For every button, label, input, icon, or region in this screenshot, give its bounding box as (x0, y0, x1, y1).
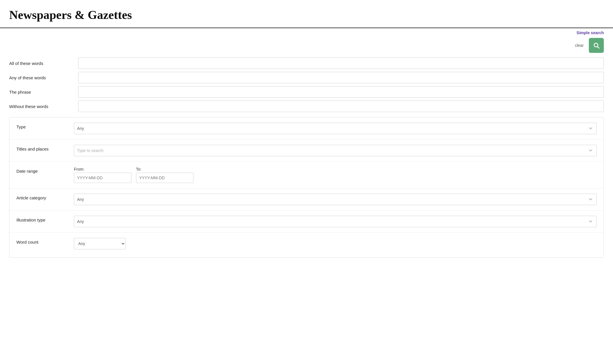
phrase-input[interactable] (78, 86, 604, 98)
titles-places-label: Titles and places (16, 145, 74, 151)
simple-search-area: Simple search (0, 28, 613, 35)
illustration-type-label: Illustration type (16, 216, 74, 222)
type-select[interactable]: Any (74, 123, 597, 134)
filters-box: Type Any Titles and places Type to searc… (9, 117, 604, 258)
date-range-control: From: To: (74, 167, 597, 183)
phrase-label: The phrase (9, 90, 78, 95)
all-words-label: All of these words (9, 61, 78, 66)
type-filter-control: Any (74, 123, 597, 134)
search-icon (593, 42, 600, 49)
illustration-type-filter-row: Illustration type Any (9, 211, 604, 233)
date-range-filter-row: Date range From: To: (9, 162, 604, 188)
search-bar-row: clear (0, 35, 613, 57)
date-to-group: To: (136, 167, 194, 183)
date-from-input[interactable] (74, 173, 131, 183)
illustration-type-control: Any (74, 216, 597, 227)
without-words-row: Without these words (9, 101, 604, 112)
word-count-control: Any (74, 238, 597, 249)
phrase-row: The phrase (9, 86, 604, 98)
type-filter-row: Type Any (9, 118, 604, 140)
date-to-label: To: (136, 167, 194, 172)
without-words-input[interactable] (78, 101, 604, 112)
any-words-input[interactable] (78, 72, 604, 83)
date-to-input[interactable] (136, 173, 194, 183)
titles-places-select[interactable]: Type to search (74, 145, 597, 156)
date-from-label: From: (74, 167, 131, 172)
article-category-filter-row: Article category Any (9, 188, 604, 211)
article-category-select[interactable]: Any (74, 194, 597, 205)
any-words-row: Any of these words (9, 72, 604, 83)
article-category-control: Any (74, 194, 597, 205)
titles-places-control: Type to search (74, 145, 597, 156)
type-filter-label: Type (16, 123, 74, 129)
simple-search-link[interactable]: Simple search (576, 30, 604, 35)
titles-places-filter-row: Titles and places Type to search (9, 140, 604, 162)
date-from-group: From: (74, 167, 131, 183)
without-words-label: Without these words (9, 104, 78, 109)
date-range-label: Date range (16, 167, 74, 174)
word-count-select[interactable]: Any (74, 238, 126, 249)
search-button[interactable] (589, 38, 604, 53)
text-search-section: All of these words Any of these words Th… (0, 57, 613, 112)
illustration-type-select[interactable]: Any (74, 216, 597, 227)
any-words-label: Any of these words (9, 75, 78, 80)
word-count-filter-row: Word count Any (9, 233, 604, 255)
clear-link[interactable]: clear (575, 43, 584, 48)
word-count-label: Word count (16, 238, 74, 244)
article-category-label: Article category (16, 194, 74, 200)
page-title: Newspapers & Gazettes (0, 0, 613, 28)
all-words-input[interactable] (78, 57, 604, 69)
all-words-row: All of these words (9, 57, 604, 69)
